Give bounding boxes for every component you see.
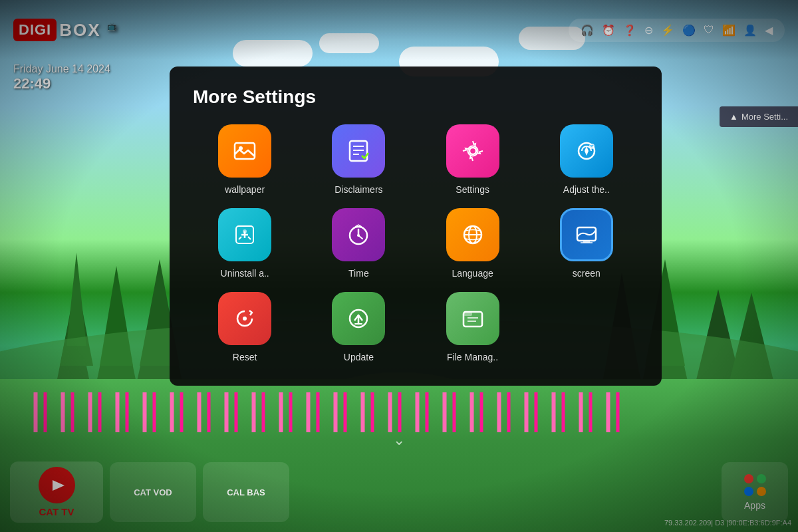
setting-item-reset[interactable]: Reset bbox=[193, 292, 297, 362]
update-icon bbox=[332, 292, 385, 345]
language-label: Language bbox=[452, 268, 493, 279]
up-arrow-icon: ▲ bbox=[730, 112, 738, 122]
svg-point-43 bbox=[243, 229, 247, 233]
filemanager-label: File Manag.. bbox=[447, 352, 498, 362]
time-display: 22:49 bbox=[13, 75, 110, 92]
settings-icon bbox=[446, 124, 499, 178]
time-label: Time bbox=[348, 268, 369, 279]
disclaimers-label: Disclaimers bbox=[334, 184, 382, 195]
svg-marker-61 bbox=[53, 480, 65, 491]
reset-label: Reset bbox=[233, 352, 257, 362]
setting-item-update[interactable]: Update bbox=[307, 292, 410, 362]
setting-item-time[interactable]: Time bbox=[307, 208, 410, 279]
more-settings-label: More Setti... bbox=[741, 112, 788, 122]
logo-container: DIGI BOX 📺 bbox=[13, 19, 118, 41]
setting-item-adjust[interactable]: Adjust the.. bbox=[535, 124, 638, 195]
user-icon: 👤 bbox=[743, 24, 757, 37]
catvod-label: CAT VOD bbox=[134, 487, 172, 497]
reset-icon bbox=[218, 292, 271, 345]
apps-dot-red bbox=[744, 474, 753, 483]
setting-item-filemanager[interactable]: File Manag.. bbox=[421, 292, 525, 362]
power-icon: ⚡ bbox=[661, 24, 674, 37]
scroll-down-indicator[interactable]: ⌄ bbox=[393, 432, 405, 449]
calbas-app-item[interactable]: CAL BAS bbox=[203, 462, 289, 522]
datetime-display: Friday June 14 2024 22:49 bbox=[13, 63, 110, 92]
settings-label: Settings bbox=[456, 184, 489, 195]
settings-panel: More Settings wallpaper bbox=[170, 66, 662, 386]
adjust-icon bbox=[560, 124, 613, 178]
apps-dot-green bbox=[757, 474, 766, 483]
status-bar: 🎧 ⏰ ❓ ⊖ ⚡ 🔵 🛡 📶 👤 ◀ bbox=[569, 19, 785, 42]
bluetooth-icon: 🔵 bbox=[682, 24, 696, 37]
time-icon bbox=[332, 208, 385, 261]
setting-item-wallpaper[interactable]: wallpaper bbox=[193, 124, 297, 195]
svg-rect-58 bbox=[464, 312, 472, 316]
back-icon[interactable]: ◀ bbox=[765, 24, 773, 37]
calbas-label: CAL BAS bbox=[227, 487, 265, 497]
uninstall-icon bbox=[218, 208, 271, 261]
more-settings-btn[interactable]: ▲ More Setti... bbox=[720, 106, 798, 127]
setting-item-language[interactable]: Language bbox=[421, 208, 525, 279]
svg-point-53 bbox=[243, 317, 247, 321]
wifi-icon: 📶 bbox=[722, 24, 735, 37]
apps-label: Apps bbox=[744, 500, 765, 511]
catvod-app-item[interactable]: CAT VOD bbox=[110, 462, 196, 522]
settings-panel-title: More Settings bbox=[193, 86, 638, 108]
flower-strip bbox=[20, 392, 632, 432]
setting-item-uninstall[interactable]: Uninstall a.. bbox=[193, 208, 297, 279]
svg-marker-2 bbox=[66, 253, 86, 346]
setting-item-settings[interactable]: Settings bbox=[421, 124, 525, 195]
cattv-logo bbox=[39, 467, 75, 503]
filemanager-icon bbox=[446, 292, 499, 345]
help-icon: ❓ bbox=[623, 24, 636, 37]
clock-icon: ⏰ bbox=[602, 24, 615, 37]
screen-cast-icon bbox=[560, 208, 613, 261]
minus-icon: ⊖ bbox=[644, 24, 653, 37]
setting-item-screen[interactable]: screen bbox=[535, 208, 638, 279]
apps-dot-blue bbox=[744, 487, 753, 496]
apps-item[interactable]: Apps bbox=[722, 462, 788, 522]
network-info: 79.33.202.209| D3 |90:0E:B3:6D:9F:A4 bbox=[664, 519, 791, 527]
update-label: Update bbox=[344, 352, 374, 362]
apps-dots-grid bbox=[744, 474, 766, 496]
apps-dot-orange bbox=[757, 487, 766, 496]
logo-digi: DIGI bbox=[13, 19, 57, 41]
disclaimers-icon bbox=[332, 124, 385, 178]
settings-grid: wallpaper Disclaimers bbox=[193, 124, 638, 362]
cattv-label: CAT TV bbox=[39, 506, 74, 517]
cattv-app-item[interactable]: CAT TV bbox=[10, 462, 103, 523]
headphone-icon: 🎧 bbox=[581, 24, 594, 37]
svg-point-47 bbox=[357, 234, 360, 237]
shield-icon: 🛡 bbox=[704, 24, 714, 36]
wallpaper-icon bbox=[218, 124, 271, 178]
svg-point-38 bbox=[469, 148, 476, 154]
setting-item-disclaimers[interactable]: Disclaimers bbox=[307, 124, 410, 195]
logo-box: BOX 📺 bbox=[59, 20, 118, 41]
top-bar: DIGI BOX 📺 🎧 ⏰ ❓ ⊖ ⚡ 🔵 🛡 📶 👤 ◀ bbox=[0, 0, 798, 60]
adjust-label: Adjust the.. bbox=[563, 184, 610, 195]
date-display: Friday June 14 2024 bbox=[13, 63, 110, 75]
language-icon bbox=[446, 208, 499, 261]
uninstall-label: Uninstall a.. bbox=[221, 268, 269, 279]
screen-label: screen bbox=[573, 268, 600, 279]
wallpaper-label: wallpaper bbox=[225, 184, 265, 195]
